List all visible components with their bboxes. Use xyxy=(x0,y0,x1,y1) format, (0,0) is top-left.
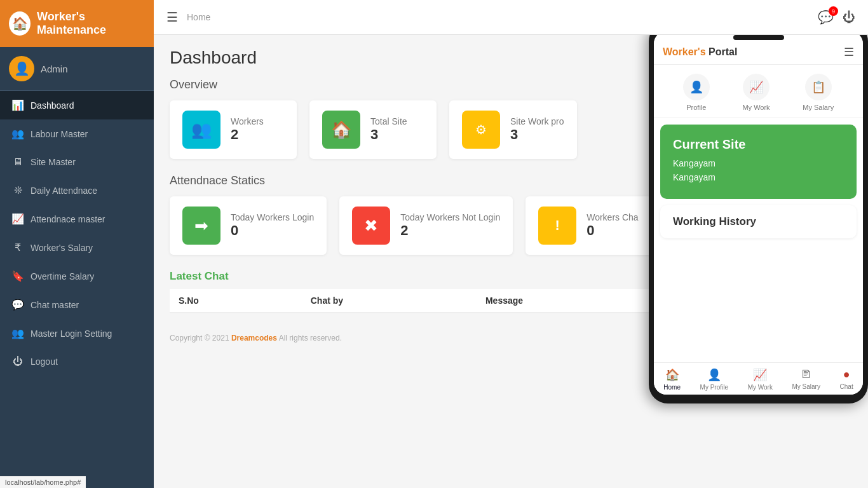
sidebar-item-labour-master[interactable]: 👥 Labour Master xyxy=(0,119,154,148)
chat-master-icon: 💬 xyxy=(11,299,24,311)
phone-screen: Worker's Portal ☰ 👤 Profile 📈 My Work 📋 xyxy=(654,35,863,395)
overtime-salary-icon: 🔖 xyxy=(11,270,24,282)
sidebar-item-overtime-salary[interactable]: 🔖 Overtime Salary xyxy=(0,262,154,290)
sidebar-item-logout[interactable]: ⏻ Logout xyxy=(0,348,154,376)
phone-header: Worker's Portal ☰ xyxy=(654,40,863,65)
topbar-icons: 💬 9 ⏻ xyxy=(818,10,855,25)
phone-working-history: Working History xyxy=(660,205,857,238)
power-button[interactable]: ⏻ xyxy=(843,10,855,25)
workers-card-icon: 👥 xyxy=(182,111,220,149)
phone-title-portal: Portal xyxy=(706,46,738,57)
sidebar-item-master-login[interactable]: 👥 Master Login Setting xyxy=(0,319,154,348)
sidebar-label-overtime-salary: Overtime Salary xyxy=(31,271,94,281)
phone-mysalary-item[interactable]: 📋 My Salary xyxy=(803,74,834,111)
url-bar: localhost/lab/home.php# xyxy=(0,476,86,488)
site-work-card: ⚙ Site Work pro 3 xyxy=(449,100,577,159)
login-info: Today Workers Login 0 xyxy=(231,212,314,239)
phone-nav-myprofile[interactable]: 👤 My Profile xyxy=(700,368,728,391)
workers-card-info: Workers 2 xyxy=(231,116,264,143)
workers-card-label: Workers xyxy=(231,116,264,126)
workers-chat-label: Workers Cha xyxy=(587,212,638,222)
workers-card: 👥 Workers 2 xyxy=(170,100,297,159)
hamburger-button[interactable]: ☰ xyxy=(166,10,178,25)
login-card: ➡ Today Workers Login 0 xyxy=(170,196,327,255)
site-work-icon: ⚙ xyxy=(462,111,500,149)
phone-bottom-nav: 🏠 Home 👤 My Profile 📈 My Work 🖹 My Salar… xyxy=(654,362,863,395)
sidebar-label-site-master: Site Master xyxy=(31,157,76,167)
mysalary-circle-icon: 📋 xyxy=(805,74,832,100)
current-site-title: Current Site xyxy=(673,137,844,152)
sidebar-item-workers-salary[interactable]: ₹ Worker's Salary xyxy=(0,233,154,262)
workers-chat-card: ! Workers Cha 0 xyxy=(526,196,653,255)
sidebar: 🏠 Worker's Maintenance 👤 Admin 📊 Dashboa… xyxy=(0,0,154,488)
site-work-value: 3 xyxy=(510,126,564,143)
phone-nav-mysalary[interactable]: 🖹 My Salary xyxy=(792,368,820,391)
login-icon: ➡ xyxy=(182,207,220,245)
sidebar-label-logout: Logout xyxy=(31,356,58,367)
notification-button[interactable]: 💬 9 xyxy=(818,10,834,25)
phone-nav-chat[interactable]: ● Chat xyxy=(840,368,853,391)
sidebar-avatar: 👤 xyxy=(9,56,34,81)
phone-nav-home-label: Home xyxy=(663,384,681,391)
main-content: ☰ Home 💬 9 ⏻ Dashboard Home Overview 👥 W… xyxy=(154,0,868,488)
current-site-name1: Kangayam xyxy=(673,158,844,168)
sidebar-item-chat-master[interactable]: 💬 Chat master xyxy=(0,290,154,319)
current-site-name2: Kangayam xyxy=(673,172,844,182)
sidebar-nav: 📊 Dashboard 👥 Labour Master 🖥 Site Maste… xyxy=(0,91,154,488)
sidebar-label-dashboard: Dashboard xyxy=(31,100,74,111)
mywork-label: My Work xyxy=(742,104,770,111)
master-login-icon: 👥 xyxy=(11,327,24,339)
phone-nav-chat-label: Chat xyxy=(840,383,853,390)
phone-profile-item[interactable]: 👤 Profile xyxy=(683,74,710,111)
phone-status-bar xyxy=(654,35,863,40)
workers-card-value: 2 xyxy=(231,126,264,143)
col-chat-by: Chat by xyxy=(302,289,477,313)
phone-myprofile-icon: 👤 xyxy=(707,368,721,382)
sidebar-label-labour-master: Labour Master xyxy=(31,129,88,139)
phone-mywork-item[interactable]: 📈 My Work xyxy=(742,74,770,111)
phone-chat-nav-icon: ● xyxy=(843,368,850,381)
site-master-icon: 🖥 xyxy=(11,156,24,168)
phone-nav-home[interactable]: 🏠 Home xyxy=(663,368,681,391)
sidebar-label-daily-attendnace: Daily Attendnace xyxy=(31,186,97,196)
sidebar-item-daily-attendnace[interactable]: ❊ Daily Attendnace xyxy=(0,176,154,205)
phone-menu-icon[interactable]: ☰ xyxy=(844,45,854,59)
phone-portal-title: Worker's Portal xyxy=(663,46,737,58)
sidebar-title: Worker's Maintenance xyxy=(37,10,145,37)
topbar: ☰ Home 💬 9 ⏻ xyxy=(154,0,868,35)
sidebar-item-dashboard[interactable]: 📊 Dashboard xyxy=(0,91,154,119)
not-login-icon: ✖ xyxy=(352,207,390,245)
sidebar-username: Admin xyxy=(41,64,68,74)
sidebar-label-master-login: Master Login Setting xyxy=(31,329,112,339)
login-label: Today Workers Login xyxy=(231,212,314,222)
total-site-label: Total Site xyxy=(370,116,407,126)
logout-icon: ⏻ xyxy=(11,356,24,367)
workers-chat-info: Workers Cha 0 xyxy=(587,212,638,239)
sidebar-item-site-master[interactable]: 🖥 Site Master xyxy=(0,148,154,176)
phone-current-site: Current Site Kangayam Kangayam xyxy=(660,125,857,199)
phone-notch xyxy=(733,35,784,40)
not-login-info: Today Workers Not Login 2 xyxy=(400,212,500,239)
sidebar-item-attendnace-master[interactable]: 📈 Attendnace master xyxy=(0,205,154,233)
sidebar-user: 👤 Admin xyxy=(0,47,154,91)
phone-nav-mywork[interactable]: 📈 My Work xyxy=(748,368,773,391)
phone-nav-mywork-label: My Work xyxy=(748,384,773,391)
phone-mywork-nav-icon: 📈 xyxy=(753,368,767,382)
phone-nav-mysalary-label: My Salary xyxy=(792,383,820,390)
sidebar-logo-icon: 🏠 xyxy=(9,11,31,36)
sidebar-label-workers-salary: Worker's Salary xyxy=(31,243,93,253)
daily-attendnace-icon: ❊ xyxy=(11,184,24,196)
phone-nav-myprofile-label: My Profile xyxy=(700,384,728,391)
sidebar-header: 🏠 Worker's Maintenance xyxy=(0,0,154,47)
phone-mysalary-nav-icon: 🖹 xyxy=(801,368,812,381)
phone-portal-icons: 👤 Profile 📈 My Work 📋 My Salary xyxy=(654,65,863,118)
dashboard-icon: 📊 xyxy=(11,99,24,111)
total-site-card: 🏠 Total Site 3 xyxy=(309,100,437,159)
col-sno: S.No xyxy=(170,289,302,313)
total-site-icon: 🏠 xyxy=(322,111,360,149)
workers-salary-icon: ₹ xyxy=(11,241,24,254)
profile-circle-icon: 👤 xyxy=(683,74,710,100)
page-title: Dashboard xyxy=(170,48,257,68)
site-work-info: Site Work pro 3 xyxy=(510,116,564,143)
phone-home-icon: 🏠 xyxy=(665,368,679,382)
